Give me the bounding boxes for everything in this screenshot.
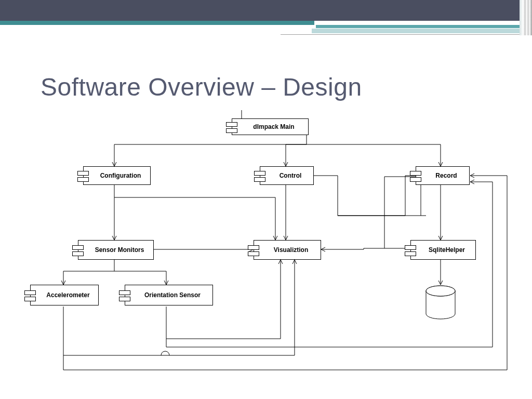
- component-label: Orientation Sensor: [125, 285, 212, 305]
- architecture-diagram: dImpack Main Configuration Control Recor…: [0, 0, 532, 399]
- svg-point-1: [426, 286, 455, 296]
- database-icon: [426, 286, 455, 319]
- component-visualization: Visualiztion: [254, 240, 321, 260]
- component-orientation-sensor: Orientation Sensor: [125, 285, 213, 305]
- svg-point-2: [426, 286, 455, 296]
- component-label: Record: [416, 167, 469, 184]
- component-label: Visualiztion: [254, 241, 321, 259]
- component-sensor-monitors: Sensor Monitors: [78, 240, 154, 260]
- component-main: dImpack Main: [232, 118, 309, 135]
- component-label: Accelerometer: [31, 285, 98, 305]
- component-label: Configuration: [84, 167, 150, 184]
- component-record: Record: [416, 166, 470, 185]
- component-sqlitehelper: SqliteHelper: [410, 240, 476, 260]
- component-configuration: Configuration: [83, 166, 151, 185]
- diagram-connectors: [0, 0, 532, 399]
- component-label: SqliteHelper: [411, 241, 475, 259]
- component-control: Control: [260, 166, 314, 185]
- component-label: Control: [260, 167, 313, 184]
- component-label: dImpack Main: [232, 119, 308, 135]
- component-accelerometer: Accelerometer: [30, 285, 99, 305]
- component-label: Sensor Monitors: [78, 241, 153, 259]
